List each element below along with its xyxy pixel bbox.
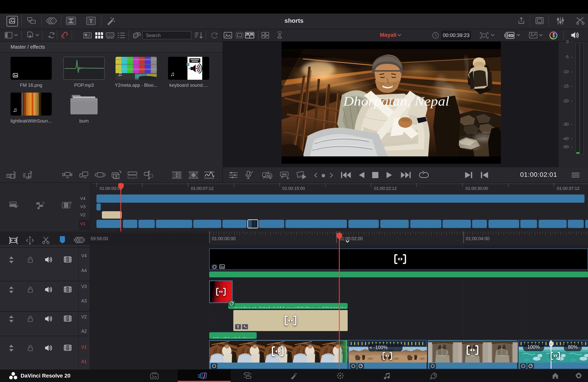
svg-text:Dhorpatan, Nepal: Dhorpatan, Nepal [343, 94, 449, 108]
svg-text:PLAY: PLAY [189, 68, 193, 70]
svg-text:HQ: HQ [509, 34, 513, 37]
svg-text:POI: POI [282, 173, 286, 176]
svg-text:POI: POI [267, 175, 271, 178]
